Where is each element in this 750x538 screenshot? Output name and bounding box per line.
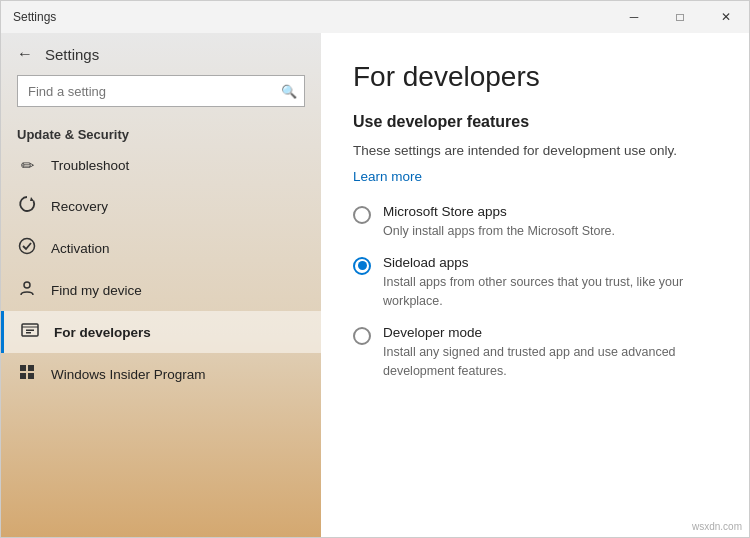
sidebar-item-find-my-device[interactable]: Find my device xyxy=(1,269,321,311)
description-text: These settings are intended for developm… xyxy=(353,141,717,161)
sidebar-item-activation[interactable]: Activation xyxy=(1,227,321,269)
sidebar-item-recovery[interactable]: Recovery xyxy=(1,185,321,227)
developer-options: Microsoft Store apps Only install apps f… xyxy=(353,204,717,395)
sidebar-section-title: Update & Security xyxy=(1,119,321,146)
radio-item-developer-mode[interactable]: Developer mode Install any signed and tr… xyxy=(353,325,717,381)
sidebar-item-label: Recovery xyxy=(51,199,108,214)
svg-rect-7 xyxy=(28,365,34,371)
learn-more-link[interactable]: Learn more xyxy=(353,169,422,184)
search-icon: 🔍 xyxy=(281,84,297,99)
radio-desc-microsoft-store: Only install apps from the Microsoft Sto… xyxy=(383,224,615,238)
windows-insider-icon xyxy=(17,363,37,385)
settings-window: Settings ─ □ ✕ ← Settings 🔍 Update & Sec… xyxy=(0,0,750,538)
page-title: For developers xyxy=(353,61,717,93)
close-button[interactable]: ✕ xyxy=(703,1,749,33)
radio-label-microsoft-store: Microsoft Store apps xyxy=(383,204,615,219)
svg-rect-8 xyxy=(20,373,26,379)
svg-rect-4 xyxy=(26,330,34,332)
watermark: wsxdn.com xyxy=(692,521,742,532)
svg-point-0 xyxy=(20,239,35,254)
radio-item-sideload[interactable]: Sideload apps Install apps from other so… xyxy=(353,255,717,311)
title-bar-left: Settings xyxy=(13,10,56,24)
sidebar-item-label: Troubleshoot xyxy=(51,158,129,173)
sidebar-header: ← Settings xyxy=(1,33,321,75)
sidebar-item-for-developers[interactable]: For developers xyxy=(1,311,321,353)
svg-rect-5 xyxy=(26,332,31,334)
radio-microsoft-store[interactable] xyxy=(353,206,371,224)
sidebar-item-windows-insider[interactable]: Windows Insider Program xyxy=(1,353,321,395)
main-area: ← Settings 🔍 Update & Security ✏ Trouble… xyxy=(1,33,749,537)
title-bar-controls: ─ □ ✕ xyxy=(611,1,749,33)
search-input[interactable] xyxy=(17,75,305,107)
radio-item-microsoft-store[interactable]: Microsoft Store apps Only install apps f… xyxy=(353,204,717,241)
sidebar-item-label: Find my device xyxy=(51,283,142,298)
activation-icon xyxy=(17,237,37,259)
sidebar-item-label: Activation xyxy=(51,241,110,256)
minimize-button[interactable]: ─ xyxy=(611,1,657,33)
section-title: Use developer features xyxy=(353,113,717,131)
radio-desc-developer-mode: Install any signed and trusted app and u… xyxy=(383,345,676,379)
sidebar-item-label: For developers xyxy=(54,325,151,340)
recovery-icon xyxy=(17,195,37,217)
sidebar-item-troubleshoot[interactable]: ✏ Troubleshoot xyxy=(1,146,321,185)
svg-rect-6 xyxy=(20,365,26,371)
radio-developer-mode[interactable] xyxy=(353,327,371,345)
svg-point-1 xyxy=(24,282,30,288)
back-button[interactable]: ← xyxy=(17,45,33,63)
for-developers-icon xyxy=(20,321,40,343)
maximize-button[interactable]: □ xyxy=(657,1,703,33)
title-bar: Settings ─ □ ✕ xyxy=(1,1,749,33)
radio-label-developer-mode: Developer mode xyxy=(383,325,717,340)
svg-rect-9 xyxy=(28,373,34,379)
content-area: For developers Use developer features Th… xyxy=(321,33,749,537)
sidebar-item-label: Windows Insider Program xyxy=(51,367,206,382)
sidebar: ← Settings 🔍 Update & Security ✏ Trouble… xyxy=(1,33,321,537)
search-box: 🔍 xyxy=(17,75,305,107)
find-my-device-icon xyxy=(17,279,37,301)
troubleshoot-icon: ✏ xyxy=(17,156,37,175)
window-title: Settings xyxy=(13,10,56,24)
radio-sideload[interactable] xyxy=(353,257,371,275)
radio-desc-sideload: Install apps from other sources that you… xyxy=(383,275,683,309)
app-title: Settings xyxy=(45,46,99,63)
radio-label-sideload: Sideload apps xyxy=(383,255,717,270)
